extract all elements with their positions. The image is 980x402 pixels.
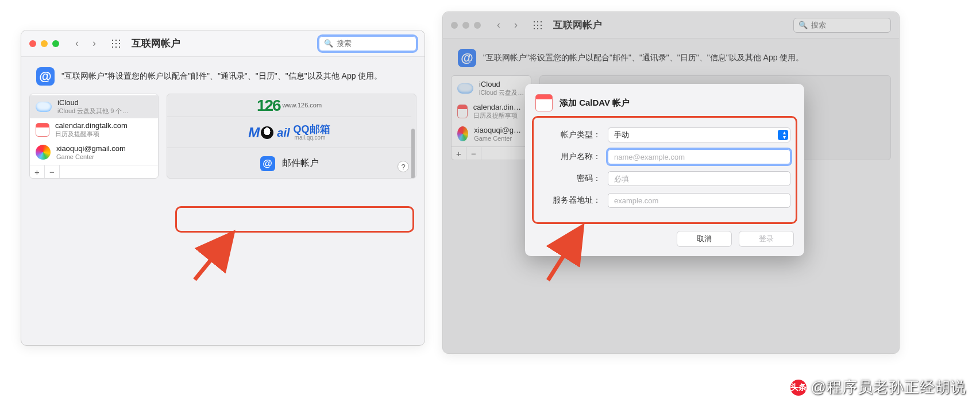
forward-button: › [510, 17, 522, 33]
account-item-gmail: xiaoquqi@gmail.com Game Center [452, 123, 531, 146]
watermark: 头条 @程序员老孙正经胡说 [790, 377, 966, 397]
at-icon: @ [36, 67, 55, 86]
sidebar-footer: + − [30, 165, 158, 178]
at-icon: @ [260, 156, 275, 171]
label-account-type: 帐户类型： [539, 130, 601, 140]
account-name: xiaoquqi@gmail.com [56, 145, 126, 153]
form-area: 帐户类型： 手动 ▴▾ 用户名称： 密码： 服务器地址： [535, 122, 794, 217]
account-name: calendar.dingtalk.com [55, 122, 128, 130]
titlebar: ‹ › 互联网帐户 🔍 [443, 12, 899, 38]
titlebar: ‹ › 互联网帐户 🔍 [21, 30, 425, 57]
search-input[interactable] [337, 39, 425, 48]
accounts-sidebar: iCloud iCloud 云盘及其他 9 个… calendar.dingta… [451, 75, 531, 160]
account-sub: 日历及提醒事项 [473, 112, 525, 119]
net126-sub: www.126.com [283, 102, 322, 109]
net126-logo: 126 [257, 98, 280, 114]
at-icon: @ [458, 49, 476, 67]
close-icon[interactable] [29, 40, 36, 47]
description-row: @ "互联网帐户"将设置您的帐户以配合"邮件"、"通讯录"、"日历"、"信息"以… [21, 57, 425, 94]
minimize-icon[interactable] [41, 40, 48, 47]
show-all-icon[interactable] [111, 38, 121, 49]
modal-title: 添加 CalDAV 帐户 [560, 98, 630, 109]
accounts-list: iCloud iCloud 云盘及其他 9 个… calendar.dingta… [30, 94, 158, 165]
show-all-icon [533, 20, 543, 30]
account-item-icloud[interactable]: iCloud iCloud 云盘及其他 9 个… [30, 95, 158, 118]
account-sub: 日历及提醒事项 [55, 130, 128, 138]
modal-buttons: 取消 登录 [535, 231, 794, 247]
description-row: @ "互联网帐户"将设置您的帐户以配合"邮件"、"通讯录"、"日历"、"信息"以… [443, 38, 899, 75]
description-text: "互联网帐户"将设置您的帐户以配合"邮件"、"通讯录"、"日历"、"信息"以及其… [483, 53, 804, 63]
gamecenter-icon [36, 145, 51, 160]
calendar-icon [36, 123, 49, 137]
calendar-icon [457, 105, 468, 118]
provider-mail-account[interactable]: @ 邮件帐户 [167, 148, 411, 178]
remove-account-button: − [466, 147, 481, 160]
chevron-updown-icon: ▴▾ [783, 130, 786, 140]
zoom-icon [474, 22, 481, 29]
back-button[interactable]: ‹ [71, 35, 83, 52]
account-sub: iCloud 云盘及其他 9 个… [57, 107, 128, 115]
accounts-sidebar: iCloud iCloud 云盘及其他 9 个… calendar.dingta… [29, 94, 159, 179]
label-password: 密码： [539, 173, 601, 184]
traffic-lights [29, 40, 59, 47]
search-icon: 🔍 [324, 39, 333, 48]
provider-qqmail[interactable]: M ail QQ邮箱 mail.qq.com [167, 117, 411, 148]
account-sub: Game Center [56, 153, 126, 161]
qqmail-sub: mail.qq.com [295, 134, 330, 141]
account-item-gmail[interactable]: xiaoquqi@gmail.com Game Center [30, 141, 158, 164]
password-input[interactable] [608, 171, 790, 186]
scrollbar[interactable] [411, 98, 415, 175]
account-item-dingtalk[interactable]: calendar.dingtalk.com 日历及提醒事项 [30, 118, 158, 141]
account-sub: iCloud 云盘及其他 9 个… [479, 89, 525, 96]
annotation-arrow-icon [189, 228, 246, 285]
server-input[interactable] [608, 193, 790, 208]
account-name: calendar.dingtalk.com [473, 103, 525, 112]
username-input[interactable] [608, 149, 790, 164]
watermark-text: @程序员老孙正经胡说 [811, 377, 966, 397]
description-text: "互联网帐户"将设置您的帐户以配合"邮件"、"通讯录"、"日历"、"信息"以及其… [61, 71, 382, 82]
provider-126[interactable]: 126 www.126.com [167, 94, 411, 117]
qqmail-m: M [248, 126, 260, 140]
account-sub: Game Center [474, 135, 525, 142]
remove-account-button[interactable]: − [45, 165, 60, 178]
account-item-dingtalk: calendar.dingtalk.com 日历及提醒事项 [452, 100, 531, 123]
row-username: 用户名称： [539, 149, 790, 164]
icloud-icon [36, 99, 52, 115]
row-password: 密码： [539, 171, 790, 186]
account-type-select[interactable]: 手动 ▴▾ [608, 127, 790, 142]
search-field: 🔍 [793, 18, 891, 33]
signin-button[interactable]: 登录 [739, 231, 794, 247]
close-icon [451, 22, 458, 29]
calendar-icon [535, 94, 553, 111]
search-input [811, 21, 900, 29]
qqmail-ail: ail [277, 127, 290, 138]
forward-button[interactable]: › [88, 35, 101, 52]
account-name: iCloud [479, 80, 525, 89]
account-item-icloud: iCloud iCloud 云盘及其他 9 个… [452, 77, 531, 100]
qq-penguin-icon [261, 126, 273, 139]
traffic-lights [451, 22, 481, 29]
cancel-button[interactable]: 取消 [677, 231, 732, 247]
search-field[interactable]: 🔍 [319, 36, 416, 51]
modal-header: 添加 CalDAV 帐户 [535, 94, 794, 111]
left-window: ‹ › 互联网帐户 🔍 @ "互联网帐户"将设置您的帐户以配合"邮件"、"通讯录… [21, 30, 425, 346]
add-caldav-modal: 添加 CalDAV 帐户 帐户类型： 手动 ▴▾ 用户名称： 密码： 服 [525, 84, 804, 256]
window-title: 互联网帐户 [132, 37, 180, 50]
zoom-icon[interactable] [52, 40, 59, 47]
label-username: 用户名称： [539, 152, 601, 162]
svg-line-0 [195, 236, 230, 280]
minimize-icon [462, 22, 469, 29]
label-server: 服务器地址： [539, 195, 601, 206]
gamecenter-icon [457, 126, 468, 141]
annotation-highlight [175, 206, 414, 233]
scroll-thumb[interactable] [411, 129, 415, 179]
toutiao-logo-icon: 头条 [790, 380, 807, 396]
row-server: 服务器地址： [539, 193, 790, 208]
back-button: ‹ [492, 17, 505, 33]
account-name: xiaoquqi@gmail.com [474, 126, 525, 135]
add-account-button[interactable]: + [30, 165, 45, 178]
select-value: 手动 [614, 130, 629, 140]
row-account-type: 帐户类型： 手动 ▴▾ [539, 127, 790, 142]
add-account-button: + [452, 147, 466, 160]
providers-panel: 126 www.126.com M ail QQ邮箱 mail.qq.com [167, 94, 416, 179]
